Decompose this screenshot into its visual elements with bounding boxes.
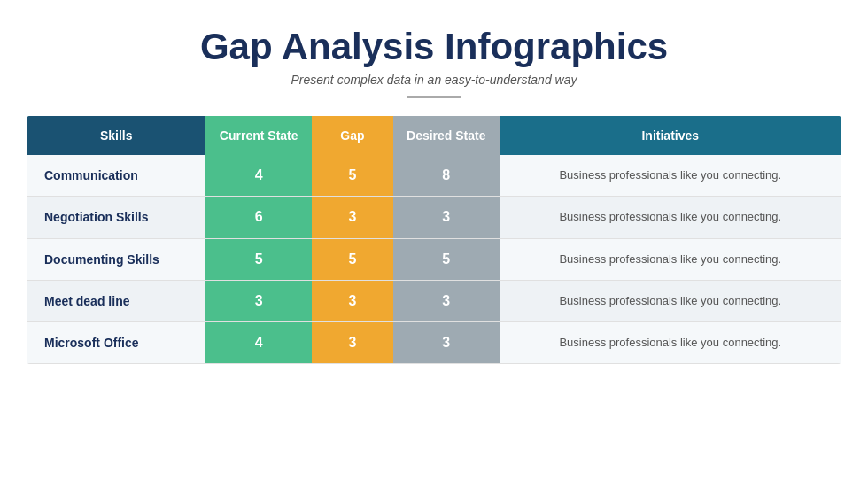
- col-header-skills: Skills: [27, 116, 205, 155]
- col-header-initiatives: Initiatives: [500, 116, 841, 155]
- table-row: Meet dead line333Business professionals …: [27, 280, 841, 321]
- table-row: Documenting Skills555Business profession…: [27, 238, 841, 280]
- current-val-cell: 4: [205, 321, 312, 363]
- gap-val-cell: 5: [312, 238, 393, 280]
- initiatives-text-cell: Business professionals like you connecti…: [500, 280, 841, 321]
- current-val-cell: 3: [205, 280, 312, 321]
- skill-name-cell: Meet dead line: [27, 280, 205, 321]
- current-val-cell: 4: [205, 155, 312, 197]
- skill-name-cell: Microsoft Office: [27, 321, 205, 363]
- skill-name-cell: Documenting Skills: [27, 238, 205, 280]
- page-subtitle: Present complex data in an easy-to-under…: [291, 73, 577, 87]
- skill-name-cell: Communication: [27, 155, 205, 197]
- current-val-cell: 6: [205, 197, 312, 238]
- gap-val-cell: 3: [312, 280, 393, 321]
- table-row: Communication458Business professionals l…: [27, 155, 841, 197]
- desired-val-cell: 5: [393, 238, 500, 280]
- desired-val-cell: 3: [393, 197, 500, 238]
- divider: [407, 96, 461, 98]
- col-header-gap: Gap: [312, 116, 393, 155]
- initiatives-text-cell: Business professionals like you connecti…: [500, 197, 841, 238]
- skill-name-cell: Negotiation Skills: [27, 197, 205, 238]
- desired-val-cell: 8: [393, 155, 500, 197]
- initiatives-text-cell: Business professionals like you connecti…: [500, 238, 841, 280]
- gap-analysis-table: Skills Current State Gap Desired State I…: [27, 116, 841, 364]
- initiatives-text-cell: Business professionals like you connecti…: [500, 321, 841, 363]
- gap-val-cell: 5: [312, 155, 393, 197]
- gap-val-cell: 3: [312, 321, 393, 363]
- table-row: Negotiation Skills633Business profession…: [27, 197, 841, 238]
- current-val-cell: 5: [205, 238, 312, 280]
- page-title: Gap Analysis Infographics: [200, 27, 668, 67]
- col-header-current: Current State: [205, 116, 312, 155]
- initiatives-text-cell: Business professionals like you connecti…: [500, 155, 841, 197]
- col-header-desired: Desired State: [393, 116, 500, 155]
- desired-val-cell: 3: [393, 280, 500, 321]
- table-row: Microsoft Office433Business professional…: [27, 321, 841, 363]
- gap-val-cell: 3: [312, 197, 393, 238]
- desired-val-cell: 3: [393, 321, 500, 363]
